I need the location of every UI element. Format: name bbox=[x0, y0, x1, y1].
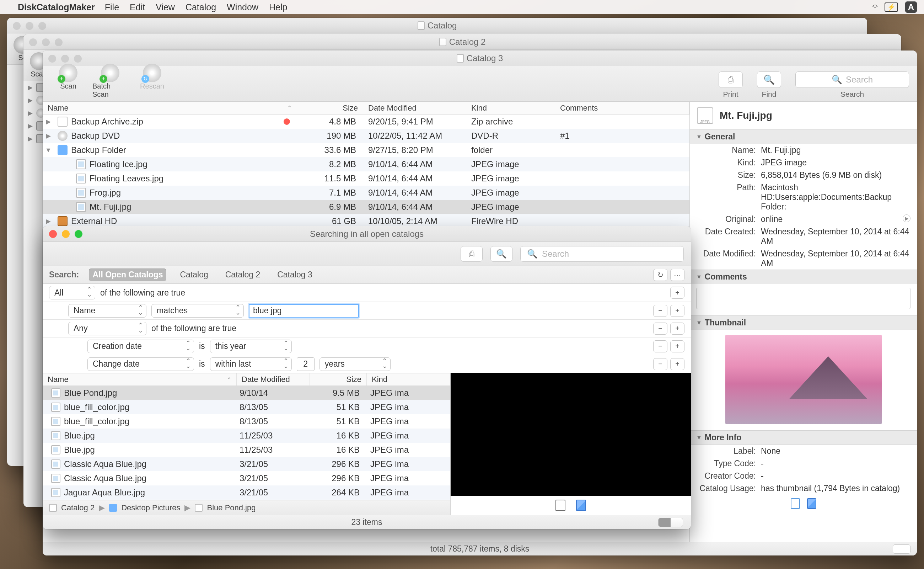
menu-catalog[interactable]: Catalog bbox=[185, 2, 216, 12]
titlebar[interactable]: Catalog bbox=[7, 18, 867, 33]
battery-icon[interactable]: ⚡ bbox=[885, 3, 898, 12]
remove-rule-button[interactable]: − bbox=[653, 340, 668, 352]
zoom-button[interactable] bbox=[55, 38, 62, 46]
close-button[interactable] bbox=[49, 230, 57, 238]
zoom-button[interactable] bbox=[38, 22, 46, 30]
add-rule-button[interactable]: + bbox=[670, 323, 684, 335]
traffic-lights[interactable] bbox=[13, 22, 46, 30]
scope-all-open[interactable]: All Open Catalogs bbox=[89, 268, 166, 281]
section-moreinfo[interactable]: ▼More Info bbox=[690, 430, 917, 445]
view-toggle[interactable] bbox=[658, 518, 683, 527]
zoom-button[interactable] bbox=[74, 55, 82, 62]
menu-window[interactable]: Window bbox=[227, 2, 258, 12]
comments-input[interactable] bbox=[696, 288, 910, 309]
document-icon[interactable] bbox=[791, 498, 800, 509]
section-general[interactable]: ▼General bbox=[690, 129, 917, 144]
table-row[interactable]: ▶Backup DVD190 MB10/22/05, 11:42 AMDVD-R… bbox=[42, 129, 689, 143]
table-row[interactable]: Classic Aqua Blue.jpg3/21/05296 KBJPEG i… bbox=[42, 471, 450, 485]
traffic-lights[interactable] bbox=[29, 38, 62, 46]
table-row[interactable]: Frog.jpg7.1 MB9/10/14, 6:44 AMJPEG image bbox=[42, 186, 689, 200]
table-row[interactable]: Blue.jpg11/25/0316 KBJPEG ima bbox=[42, 429, 450, 443]
column-kind[interactable]: Kind bbox=[466, 102, 555, 114]
find-button[interactable]: 🔍 bbox=[490, 246, 513, 262]
reveal-original-button[interactable]: ▶ bbox=[903, 215, 910, 222]
minimize-button[interactable] bbox=[62, 230, 70, 238]
table-row[interactable]: Floating Ice.jpg8.2 MB9/10/14, 6:44 AMJP… bbox=[42, 157, 689, 171]
column-comments[interactable]: Comments bbox=[555, 102, 689, 114]
menu-file[interactable]: File bbox=[105, 2, 119, 12]
path-bar[interactable]: Catalog 2 ▶ Desktop Pictures ▶ Blue Pond… bbox=[42, 500, 450, 515]
operator-select[interactable]: within last bbox=[210, 358, 292, 371]
table-row[interactable]: ▼Backup Folder33.6 MB9/27/15, 8:20 PMfol… bbox=[42, 143, 689, 157]
print-button[interactable]: ⎙Print bbox=[719, 72, 743, 99]
section-comments[interactable]: ▼Comments bbox=[690, 269, 917, 284]
find-button[interactable]: 🔍Find bbox=[757, 72, 781, 99]
close-button[interactable] bbox=[29, 38, 37, 46]
zoom-button[interactable] bbox=[74, 230, 82, 238]
titlebar[interactable]: Catalog 3 bbox=[42, 50, 917, 66]
add-rule-button[interactable]: + bbox=[670, 340, 684, 352]
titlebar[interactable]: Catalog 2 bbox=[23, 34, 901, 50]
minimize-button[interactable] bbox=[26, 22, 33, 30]
rescan-button[interactable]: ↻Rescan bbox=[134, 64, 170, 99]
table-row[interactable]: Classic Aqua Blue.jpg3/21/05296 KBJPEG i… bbox=[42, 457, 450, 471]
view-toggle[interactable] bbox=[893, 545, 910, 554]
remove-rule-button[interactable]: − bbox=[653, 305, 668, 317]
print-button[interactable]: ⎙ bbox=[461, 246, 482, 262]
column-name[interactable]: Name⌃ bbox=[42, 102, 297, 114]
batch-scan-button[interactable]: +Batch Scan bbox=[93, 64, 128, 99]
remove-rule-button[interactable]: − bbox=[653, 358, 668, 370]
disclosure-triangle[interactable]: ▼ bbox=[45, 146, 52, 154]
unit-select[interactable]: years bbox=[320, 358, 391, 371]
value-input[interactable]: blue jpg bbox=[249, 304, 359, 318]
menu-help[interactable]: Help bbox=[269, 2, 287, 12]
scope-catalog[interactable]: Catalog bbox=[176, 268, 211, 281]
image-icon[interactable] bbox=[576, 500, 586, 511]
add-rule-button[interactable]: + bbox=[670, 358, 684, 370]
wifi-icon[interactable]: ⌔ bbox=[872, 2, 877, 12]
column-date[interactable]: Date Modified bbox=[363, 102, 466, 114]
titlebar[interactable]: Searching in all open catalogs bbox=[42, 226, 691, 242]
close-button[interactable] bbox=[13, 22, 21, 30]
disclosure-triangle[interactable]: ▶ bbox=[46, 132, 51, 140]
table-row[interactable]: Blue.jpg11/25/0316 KBJPEG ima bbox=[42, 443, 450, 457]
document-icon[interactable] bbox=[555, 500, 565, 511]
table-row[interactable]: blue_fill_color.jpg8/13/0551 KBJPEG ima bbox=[42, 414, 450, 429]
traffic-lights[interactable] bbox=[49, 230, 82, 238]
attribute-select[interactable]: Change date bbox=[87, 358, 194, 371]
search-input[interactable]: 🔍Search bbox=[520, 246, 684, 262]
rule-all-any[interactable]: Any bbox=[68, 322, 146, 335]
search-input[interactable]: 🔍Search bbox=[795, 72, 909, 88]
close-button[interactable] bbox=[49, 55, 56, 62]
attribute-select[interactable]: Name bbox=[68, 304, 146, 318]
scan-button[interactable]: +Scan bbox=[50, 64, 86, 99]
table-row[interactable]: Floating Leaves.jpg11.5 MB9/10/14, 6:44 … bbox=[42, 171, 689, 186]
app-name[interactable]: DiskCatalogMaker bbox=[18, 2, 95, 12]
more-button[interactable]: ⋯ bbox=[670, 269, 684, 281]
table-row[interactable]: Blue Pond.jpg9/10/149.5 MBJPEG ima bbox=[42, 386, 450, 400]
path-segment[interactable]: Blue Pond.jpg bbox=[207, 503, 255, 513]
value-select[interactable]: this year bbox=[210, 339, 292, 353]
path-segment[interactable]: Desktop Pictures bbox=[121, 503, 180, 513]
traffic-lights[interactable] bbox=[49, 55, 82, 62]
table-row[interactable]: blue_fill_color.jpg8/13/0551 KBJPEG ima bbox=[42, 400, 450, 414]
refresh-button[interactable]: ↻ bbox=[653, 269, 668, 281]
column-size[interactable]: Size bbox=[310, 373, 367, 385]
disclosure-triangle[interactable]: ▶ bbox=[46, 118, 51, 126]
column-name[interactable]: Name⌃ bbox=[42, 373, 237, 385]
section-thumbnail[interactable]: ▼Thumbnail bbox=[690, 315, 917, 330]
rule-all-any[interactable]: All bbox=[49, 286, 95, 300]
attribute-select[interactable]: Creation date bbox=[87, 339, 194, 353]
scope-catalog-3[interactable]: Catalog 3 bbox=[274, 268, 316, 281]
column-size[interactable]: Size bbox=[297, 102, 363, 114]
number-input[interactable]: 2 bbox=[297, 358, 314, 371]
path-segment[interactable]: Catalog 2 bbox=[61, 503, 94, 513]
column-date[interactable]: Date Modified bbox=[237, 373, 310, 385]
menu-edit[interactable]: Edit bbox=[130, 2, 145, 12]
table-row[interactable]: ▶Backup Archive.zip4.8 MB9/20/15, 9:41 P… bbox=[42, 114, 689, 129]
minimize-button[interactable] bbox=[61, 55, 69, 62]
column-kind[interactable]: Kind bbox=[367, 373, 450, 385]
minimize-button[interactable] bbox=[42, 38, 50, 46]
operator-select[interactable]: matches bbox=[152, 304, 244, 318]
image-icon[interactable] bbox=[807, 498, 816, 509]
